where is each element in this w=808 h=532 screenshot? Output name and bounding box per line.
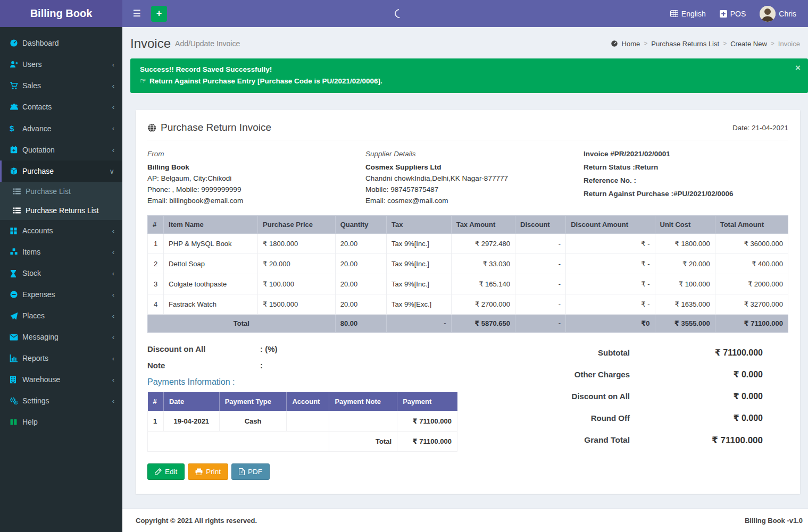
sidebar-item-reports[interactable]: Reports ‹ <box>0 348 122 369</box>
page-title: Invoice <box>130 36 171 51</box>
app-version: Billing Book -v1.0 <box>745 517 803 525</box>
sidebar-item-users[interactable]: Users ‹ <box>0 54 122 75</box>
return-status: Return Status :Return <box>584 162 788 173</box>
username-label: Chris <box>779 10 796 18</box>
plus-square-icon <box>720 10 727 18</box>
sidebar-item-messaging[interactable]: Messaging ‹ <box>0 326 122 348</box>
items-total-row: Total 80.00 - ₹ 5870.650 - ₹0 ₹ 3555.000… <box>148 314 788 332</box>
payments-total-row: Total ₹ 71100.000 <box>148 431 457 451</box>
supplier-mobile: Mobile: 987457875487 <box>365 184 584 196</box>
alert-line2: Return Against Purchase Entry [Purchase … <box>149 77 382 85</box>
purchase-submenu: Purchase List Purchase Returns List <box>0 182 122 220</box>
note-row: Note : <box>147 361 477 370</box>
avatar <box>760 6 776 22</box>
footer: Copyright © 2021 All rights reserved. Bi… <box>122 509 808 532</box>
table-row: 4 Fastrack Watch ₹ 1500.000 20.00 Tax 9%… <box>148 294 788 314</box>
summary-panel: Subtotal ₹ 71100.000 Other Charges ₹ 0.0… <box>477 344 788 480</box>
pdf-button[interactable]: PDF <box>231 463 270 480</box>
payments-information-title: Payments Information : <box>147 377 477 387</box>
sidebar-item-help[interactable]: Help <box>0 411 122 433</box>
breadcrumb-home[interactable]: Home <box>622 40 640 48</box>
items-table: # Item Name Purchase Price Quantity Tax … <box>147 215 788 333</box>
building-icon <box>10 376 22 384</box>
sidebar-item-items[interactable]: Items ‹ <box>0 241 122 263</box>
sidebar-subitem-purchase-list[interactable]: Purchase List <box>0 182 122 201</box>
list-icon <box>13 188 26 195</box>
loading-spinner-icon <box>393 7 406 20</box>
quick-add-button[interactable]: + <box>151 6 167 22</box>
supplier-address: Chandni chowkIndia,Delhi,KK Nagar-877777 <box>365 173 584 184</box>
payment-row: 1 19-04-2021 Cash ₹ 71100.000 <box>148 411 457 431</box>
summary-round-off: Round Off ₹ 0.000 <box>477 413 763 423</box>
edit-button[interactable]: Edit <box>147 463 185 480</box>
summary-subtotal: Subtotal ₹ 71100.000 <box>477 348 763 358</box>
language-label: English <box>681 10 706 18</box>
pos-button[interactable]: POS <box>720 10 746 18</box>
breadcrumb-purchase-returns-list[interactable]: Purchase Returns List <box>651 40 719 48</box>
sidebar-item-accounts[interactable]: Accounts ‹ <box>0 220 122 241</box>
flag-icon <box>670 10 678 17</box>
supplier-block: Supplier Details Cosmex Suppliers Ltd Ch… <box>365 149 584 207</box>
sidebar-item-quotation[interactable]: Quotation ‹ <box>0 139 122 161</box>
sidebar-subitem-purchase-returns-list[interactable]: Purchase Returns List <box>0 201 122 220</box>
sidebar-item-contacts[interactable]: Contacts ‹ <box>0 96 122 117</box>
discount-on-all-row: Discount on All : (%) <box>147 344 477 353</box>
pos-label: POS <box>730 10 746 18</box>
invoice-title-wrap: Purchase Return Invoice <box>147 122 271 133</box>
reference-no: Reference No. : <box>584 175 788 187</box>
sidebar-item-warehouse[interactable]: Warehouse ‹ <box>0 369 122 390</box>
success-alert: Success!! Record Saved Successfully! ☞ R… <box>130 58 808 93</box>
app-logo[interactable]: Billing Book <box>0 0 122 27</box>
payments-table: # Date Payment Type Account Payment Note… <box>147 392 457 452</box>
from-block: From Billing Book AP: Belgaum, City:Chik… <box>147 149 365 207</box>
bar-chart-icon <box>10 354 22 362</box>
sidebar-item-dashboard[interactable]: Dashboard <box>0 32 122 54</box>
print-button[interactable]: Print <box>188 463 228 480</box>
sidebar-item-settings[interactable]: Settings ‹ <box>0 390 122 411</box>
from-email: Email: billingbook@email.com <box>147 196 365 207</box>
summary-grand-total: Grand Total ₹ 71100.000 <box>477 435 763 446</box>
table-row: 1 PHP & MySQL Book ₹ 1800.000 20.00 Tax … <box>148 233 788 254</box>
globe-icon <box>147 123 156 132</box>
supplier-name: Cosmex Suppliers Ltd <box>365 162 584 173</box>
sidebar-item-purchase[interactable]: Purchase ∨ <box>0 161 122 182</box>
sidebar-item-advance[interactable]: $ Advance ‹ <box>0 117 122 139</box>
gears-icon <box>10 396 22 405</box>
copyright-text: Copyright © 2021 All rights reserved. <box>136 517 257 525</box>
page-subtitle: Add/Update Invoice <box>175 39 240 48</box>
cart-icon <box>10 81 22 90</box>
summary-other-charges: Other Charges ₹ 0.000 <box>477 369 763 379</box>
sidebar-toggle-icon[interactable]: ☰ <box>128 8 146 19</box>
envelope-icon <box>10 334 22 341</box>
file-pdf-icon <box>239 468 245 475</box>
dashboard-icon <box>10 39 22 47</box>
cube-icon <box>10 167 22 175</box>
from-address: AP: Belgaum, City:Chikodi <box>147 173 365 184</box>
sidebar: Dashboard Users ‹ Sales ‹ Contacts ‹ $ A… <box>0 27 122 532</box>
table-row: 3 Colgate toothpaste ₹ 100.000 20.00 Tax… <box>148 274 788 294</box>
users-group-icon <box>10 103 22 111</box>
invoice-title: Purchase Return Invoice <box>161 122 271 133</box>
sidebar-item-sales[interactable]: Sales ‹ <box>0 75 122 96</box>
calendar-plus-icon <box>10 146 22 154</box>
language-selector[interactable]: English <box>670 10 706 18</box>
breadcrumb-invoice: Invoice <box>778 40 800 48</box>
sidebar-item-expenses[interactable]: Expenses ‹ <box>0 284 122 305</box>
hand-pointing-icon: ☞ <box>140 77 146 85</box>
return-against-purchase: Return Against Purchase :#PU/2021/02/000… <box>584 189 788 200</box>
invoice-card: Purchase Return Invoice Date: 21-04-2021… <box>136 110 800 494</box>
breadcrumb-create-new[interactable]: Create New <box>730 40 767 48</box>
dollar-icon: $ <box>10 124 22 133</box>
cubes-icon <box>10 248 22 256</box>
close-icon[interactable]: × <box>795 63 801 73</box>
user-menu[interactable]: Chris <box>760 6 796 22</box>
user-plus-icon <box>10 60 22 69</box>
topbar: Billing Book ☰ + English POS Chris <box>0 0 808 27</box>
sidebar-item-places[interactable]: Places ‹ <box>0 305 122 326</box>
sidebar-item-stock[interactable]: Stock ‹ <box>0 263 122 284</box>
invoice-number: Invoice #PR/2021/02/0001 <box>584 149 788 160</box>
home-icon <box>611 40 618 47</box>
supplier-email: Email: cosmex@mail.com <box>365 196 584 207</box>
items-table-header: # Item Name Purchase Price Quantity Tax … <box>148 215 788 233</box>
from-phone: Phone: , Mobile: 9999999999 <box>147 184 365 196</box>
